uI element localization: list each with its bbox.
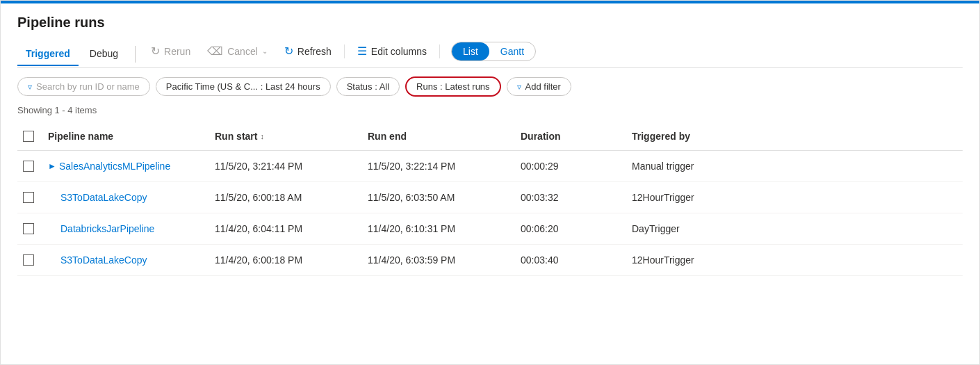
row3-checkbox[interactable] [23, 223, 34, 234]
search-filter-icon: ▿ [28, 82, 32, 92]
rerun-icon: ↻ [151, 44, 160, 58]
runs-filter[interactable]: Runs : Latest runs [405, 76, 501, 97]
row1-pipeline-name: ► SalesAnalyticsMLPipeline [42, 158, 209, 175]
gantt-view-button[interactable]: Gantt [489, 42, 535, 60]
time-filter-label: Pacific Time (US & C... : Last 24 hours [166, 81, 320, 92]
table-row: DatabricksJarPipeline 11/4/20, 6:04:11 P… [17, 213, 963, 245]
table-container: Pipeline name Run start ↕ Run end Durati… [17, 122, 963, 276]
row2-checkbox-cell [17, 189, 42, 206]
refresh-button[interactable]: ↻ Refresh [277, 40, 338, 62]
row3-run-start: 11/4/20, 6:04:11 PM [209, 220, 362, 237]
row4-run-start: 11/4/20, 6:00:18 PM [209, 252, 362, 268]
row3-run-end: 11/4/20, 6:10:31 PM [362, 220, 515, 237]
cancel-button[interactable]: ⌫ Cancel ⌄ [200, 40, 275, 62]
refresh-icon: ↻ [284, 44, 293, 58]
page-content: Pipeline runs Triggered Debug ↻ Rerun ⌫ … [1, 3, 979, 276]
page-title: Pipeline runs [17, 15, 963, 31]
rerun-button[interactable]: ↻ Rerun [144, 40, 197, 62]
search-placeholder: Search by run ID or name [36, 81, 140, 92]
table-row: S3ToDataLakeCopy 11/4/20, 6:00:18 PM 11/… [17, 245, 963, 276]
toolbar-actions: ↻ Rerun ⌫ Cancel ⌄ ↻ Refresh ☰ Edit colu… [144, 40, 536, 67]
edit-columns-button[interactable]: ☰ Edit columns [350, 40, 434, 62]
rerun-label: Rerun [164, 46, 190, 57]
row2-duration: 00:03:32 [515, 189, 626, 206]
status-filter[interactable]: Status : All [336, 77, 400, 96]
th-run-end: Run end [362, 128, 515, 145]
row4-duration: 00:03:40 [515, 252, 626, 268]
refresh-label: Refresh [297, 46, 332, 57]
table-header: Pipeline name Run start ↕ Run end Durati… [17, 122, 963, 151]
row4-triggered-by: 12HourTrigger [626, 252, 963, 268]
time-filter[interactable]: Pacific Time (US & C... : Last 24 hours [156, 77, 331, 96]
row2-run-end: 11/5/20, 6:03:50 AM [362, 189, 515, 206]
row1-checkbox[interactable] [23, 161, 34, 172]
toolbar: Triggered Debug ↻ Rerun ⌫ Cancel ⌄ ↻ Ref… [17, 40, 963, 68]
row4-pipeline-link[interactable]: S3ToDataLakeCopy [48, 254, 147, 266]
row2-pipeline-name: S3ToDataLakeCopy [42, 189, 209, 206]
row1-run-end: 11/5/20, 3:22:14 PM [362, 158, 515, 175]
tab-debug[interactable]: Debug [81, 42, 126, 66]
header-checkbox[interactable] [23, 131, 34, 142]
filters-row: ▿ Search by run ID or name Pacific Time … [17, 76, 963, 97]
row3-checkbox-cell [17, 220, 42, 237]
sort-icon: ↕ [260, 132, 264, 140]
row3-duration: 00:06:20 [515, 220, 626, 237]
row2-checkbox[interactable] [23, 192, 34, 203]
th-pipeline-name: Pipeline name [42, 128, 209, 145]
row1-triggered-by: Manual trigger [626, 158, 963, 175]
row3-pipeline-name: DatabricksJarPipeline [42, 220, 209, 237]
table-row: S3ToDataLakeCopy 11/5/20, 6:00:18 AM 11/… [17, 182, 963, 213]
toolbar-separator-2 [439, 44, 440, 58]
cancel-label: Cancel [227, 46, 258, 57]
table-row: ► SalesAnalyticsMLPipeline 11/5/20, 3:21… [17, 151, 963, 182]
th-duration: Duration [515, 128, 626, 145]
row4-checkbox[interactable] [23, 254, 34, 266]
list-view-button[interactable]: List [452, 42, 489, 60]
tab-triggered[interactable]: Triggered [17, 42, 79, 66]
row4-run-end: 11/4/20, 6:03:59 PM [362, 252, 515, 268]
runs-filter-label: Runs : Latest runs [416, 81, 490, 92]
th-run-start[interactable]: Run start ↕ [209, 128, 362, 145]
tab-divider [135, 46, 136, 63]
toolbar-separator [344, 44, 345, 58]
row2-run-start: 11/5/20, 6:00:18 AM [209, 189, 362, 206]
edit-columns-icon: ☰ [357, 44, 367, 58]
row1-expand-button[interactable]: ► [48, 161, 56, 171]
add-filter-button[interactable]: ▿ Add filter [507, 77, 571, 96]
edit-columns-label: Edit columns [371, 46, 427, 57]
add-filter-icon: ▿ [517, 82, 521, 92]
status-filter-label: Status : All [347, 81, 389, 92]
row3-pipeline-link[interactable]: DatabricksJarPipeline [48, 223, 154, 234]
cancel-chevron-icon: ⌄ [262, 47, 268, 55]
showing-text: Showing 1 - 4 items [17, 105, 963, 115]
view-toggle: List Gantt [451, 42, 536, 61]
header-checkbox-cell [17, 128, 42, 145]
row4-checkbox-cell [17, 252, 42, 268]
row2-triggered-by: 12HourTrigger [626, 189, 963, 206]
search-filter[interactable]: ▿ Search by run ID or name [17, 77, 150, 96]
cancel-icon: ⌫ [207, 44, 223, 58]
row3-triggered-by: DayTrigger [626, 220, 963, 237]
row4-pipeline-name: S3ToDataLakeCopy [42, 252, 209, 268]
row1-run-start: 11/5/20, 3:21:44 PM [209, 158, 362, 175]
page-container: Pipeline runs Triggered Debug ↻ Rerun ⌫ … [0, 0, 980, 365]
add-filter-label: Add filter [525, 81, 561, 92]
row2-pipeline-link[interactable]: S3ToDataLakeCopy [48, 192, 147, 203]
row1-duration: 00:00:29 [515, 158, 626, 175]
row1-checkbox-cell [17, 158, 42, 175]
th-triggered-by: Triggered by [626, 128, 963, 145]
row1-pipeline-link[interactable]: SalesAnalyticsMLPipeline [59, 161, 170, 172]
